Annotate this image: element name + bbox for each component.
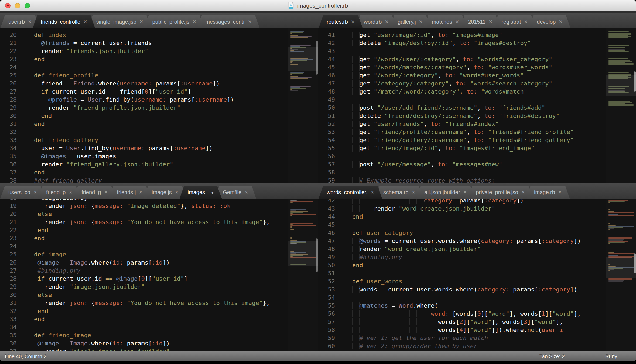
tab-friends-controlle[interactable]: friends_controlle× <box>33 15 95 28</box>
close-tab-icon[interactable]: × <box>463 189 467 195</box>
pane-grid: user.rb×friends_controlle×single_image.j… <box>0 13 636 351</box>
tab-label: matches <box>432 15 452 28</box>
code-line: post "/user/add_friend/:username", to: "… <box>352 104 606 112</box>
close-tab-icon[interactable]: × <box>69 189 72 195</box>
tab-label: friend_g <box>81 186 101 199</box>
tab-label: images_ <box>188 186 208 199</box>
close-tab-icon[interactable]: × <box>412 189 415 195</box>
tab-size-menu[interactable]: Tab Size: 2 <box>539 353 565 359</box>
tab-messages-contr[interactable]: messages_contr× <box>197 15 260 28</box>
close-tab-icon[interactable]: × <box>84 19 87 25</box>
close-tab-icon[interactable]: × <box>385 19 389 25</box>
tab-friend-p[interactable]: friend_p× <box>38 186 80 199</box>
tab-label: user.rb <box>8 15 25 28</box>
tab-develop[interactable]: develop× <box>529 15 570 28</box>
close-tab-icon[interactable]: × <box>371 189 374 195</box>
close-button[interactable] <box>5 3 11 8</box>
minimap-viewport[interactable] <box>606 257 636 278</box>
tab-private-profile.jso[interactable]: private_profile.jso× <box>468 186 533 199</box>
tab-routes.rb[interactable]: routes.rb× <box>319 15 363 28</box>
minimap[interactable] <box>606 199 636 351</box>
code-area[interactable]: def index @friends = current_user.friend… <box>30 28 288 183</box>
close-tab-icon[interactable]: × <box>28 19 32 25</box>
code-line: render "friend_gallery.json.jbuilder" <box>34 160 288 169</box>
tab-registrat[interactable]: registrat× <box>493 15 536 28</box>
tab-words-controller.[interactable]: words_controller.× <box>319 186 382 199</box>
close-tab-icon[interactable]: × <box>248 19 252 25</box>
tab-label: messages_contr <box>205 15 245 28</box>
close-tab-icon[interactable]: × <box>33 189 37 195</box>
code-line: get "friend/gallery/:username", to: "fri… <box>352 136 606 144</box>
modified-dot-icon: ● <box>211 190 214 194</box>
code-line: @words = current_user.words.where(catego… <box>352 237 606 245</box>
minimap[interactable] <box>288 28 318 183</box>
close-tab-icon[interactable]: × <box>524 19 528 25</box>
scrollbar-thumb[interactable] <box>634 71 636 91</box>
code-line: @images = user.images <box>34 152 288 160</box>
code-line: # ver 2: group/order them by user <box>352 342 606 350</box>
minimize-button[interactable] <box>15 3 20 8</box>
close-tab-icon[interactable]: × <box>139 189 142 195</box>
close-tab-icon[interactable]: × <box>193 19 196 25</box>
close-tab-icon[interactable]: × <box>104 189 108 195</box>
tab-schema.rb[interactable]: schema.rb× <box>375 186 423 199</box>
tab-single-image.jso[interactable]: single_image.jso× <box>88 15 151 28</box>
tab-users-co[interactable]: users_co× <box>0 186 45 199</box>
code-line <box>34 242 288 250</box>
minimap[interactable] <box>288 199 318 351</box>
minimap-viewport[interactable] <box>288 47 318 72</box>
close-tab-icon[interactable]: × <box>175 189 179 195</box>
zoom-button[interactable] <box>25 3 30 8</box>
minimap-viewport[interactable] <box>606 75 636 96</box>
code-line: category: params[:category]) <box>352 199 606 205</box>
editor-area: 20212223242526272829303132333435363738de… <box>0 28 318 183</box>
tab-public-profile.js[interactable]: public_profile.js× <box>144 15 204 28</box>
syntax-menu[interactable]: Ruby <box>605 353 617 359</box>
minimap-viewport[interactable] <box>288 241 318 266</box>
code-line: def friend_profile <box>34 71 288 80</box>
tab-friend-g[interactable]: friend_g× <box>73 186 116 199</box>
minimap[interactable] <box>606 28 636 183</box>
tab-image.rb[interactable]: image.rb× <box>526 186 570 199</box>
traffic-lights <box>5 3 30 8</box>
code-area[interactable]: get "user/image/:id", to: "images#image"… <box>348 28 606 183</box>
close-tab-icon[interactable]: × <box>455 19 459 25</box>
code-line: end <box>352 213 606 221</box>
tab-label: 201511 <box>468 15 485 28</box>
tab-label: word.rb <box>364 15 382 28</box>
close-tab-icon[interactable]: × <box>419 19 423 25</box>
code-line: get "user/friends", to: "friends#index" <box>352 120 606 128</box>
close-tab-icon[interactable]: × <box>521 189 525 195</box>
line-number-gutter: 41424344454647484950515253545556575859 <box>318 28 348 183</box>
close-tab-icon[interactable]: × <box>559 19 562 25</box>
code-area[interactable]: image.destroy render json: {message: "Im… <box>30 199 288 351</box>
code-line: image.destroy <box>34 199 288 202</box>
code-line: end <box>34 169 288 177</box>
code-line: get "/category/:category", to: "words#se… <box>352 80 606 88</box>
line-number-gutter: 20212223242526272829303132333435363738 <box>0 28 30 183</box>
code-line: post "/user/message", to: "messages#new" <box>352 160 606 169</box>
editor-area: 41424344454647484950515253545556575859 g… <box>318 28 636 183</box>
code-line: @image = Image.where(id: params[:id]) <box>34 339 288 348</box>
pane-bottom-left: users_co×friend_p×friend_g×friends.j×ima… <box>0 183 318 351</box>
close-tab-icon[interactable]: × <box>245 189 248 195</box>
tab-matches[interactable]: matches× <box>424 15 467 28</box>
code-line: words[2]["word"], words[3]["word"], <box>352 318 606 326</box>
close-tab-icon[interactable]: × <box>489 19 492 25</box>
scrollbar-thumb[interactable] <box>316 238 318 272</box>
code-area[interactable]: category: params[:category]) render "wor… <box>348 199 606 351</box>
tab-all.json.jbuilder[interactable]: all.json.jbuilder× <box>416 186 475 199</box>
close-tab-icon[interactable]: × <box>558 189 562 195</box>
scrollbar-thumb[interactable] <box>634 253 636 273</box>
tab-image.js[interactable]: image.js× <box>143 186 186 199</box>
code-line: user = User.find_by(username: params[:us… <box>34 144 288 152</box>
code-line <box>352 47 606 55</box>
code-line: # Example resource route with options: <box>352 177 606 183</box>
close-tab-icon[interactable]: × <box>140 19 143 25</box>
close-tab-icon[interactable]: × <box>351 19 355 25</box>
code-line: if current_user.id == @image[0]["user_id… <box>34 275 288 283</box>
editor-area: 42434445464748495051525354555657585960 c… <box>318 199 636 351</box>
pane-top-right: routes.rb×word.rb×gallery.j×matches×2015… <box>318 13 636 183</box>
scrollbar-thumb[interactable] <box>316 41 318 75</box>
tab-images-[interactable]: images_● <box>180 186 222 199</box>
